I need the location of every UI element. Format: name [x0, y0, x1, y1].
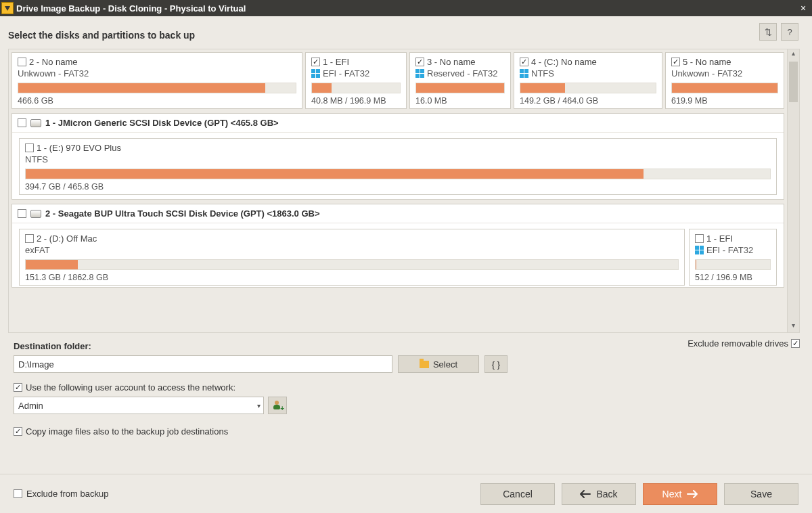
- partition-size: 149.2 GB / 464.0 GB: [520, 96, 656, 106]
- copy-images-checkbox[interactable]: [14, 427, 22, 436]
- partition-checkbox[interactable]: [311, 58, 320, 66]
- partition-card[interactable]: 1 - EFI EFI - FAT32 512 / 196.9 MB: [689, 229, 777, 286]
- partition-checkbox[interactable]: [695, 234, 704, 243]
- partition-fs: Unkwown - FAT32: [18, 68, 89, 79]
- select-folder-button[interactable]: Select: [398, 355, 479, 373]
- disk-header[interactable]: 1 - JMicron Generic SCSI Disk Device (GP…: [12, 114, 784, 133]
- windows-icon: [520, 69, 528, 78]
- footer: Exclude from backup Cancel Back Next Sav…: [0, 474, 812, 513]
- scroll-up-icon[interactable]: ▴: [788, 49, 799, 60]
- partition-fs: Unkwown - FAT32: [671, 68, 742, 79]
- arrow-left-icon: [580, 490, 591, 498]
- window-title: Drive Image Backup - Disk Cloning - Phys…: [16, 3, 797, 14]
- destination-input[interactable]: [14, 355, 392, 373]
- partition-fs: EFI - FAT32: [706, 245, 753, 255]
- partition-card[interactable]: 3 - No name Reserved - FAT32 16.0 MB: [409, 52, 511, 109]
- partition-title: 1 - (E:) 970 EVO Plus: [37, 143, 121, 153]
- partition-size: 619.9 MB: [671, 96, 778, 106]
- account-combo[interactable]: Admin ▾: [14, 397, 264, 414]
- variables-button[interactable]: { }: [484, 355, 508, 373]
- disk-checkbox[interactable]: [18, 209, 26, 218]
- account-value: Admin: [18, 401, 43, 411]
- windows-icon: [695, 246, 704, 254]
- partition-title: 1 - EFI: [323, 57, 349, 67]
- save-button[interactable]: Save: [724, 483, 798, 505]
- exclude-removable-label: Exclude removable drives: [687, 338, 788, 349]
- cancel-button[interactable]: Cancel: [480, 483, 555, 505]
- partition-size: 16.0 MB: [415, 96, 505, 106]
- use-account-row[interactable]: Use the following user account to access…: [14, 382, 800, 393]
- usage-bar: [671, 83, 778, 93]
- use-account-checkbox[interactable]: [14, 383, 22, 392]
- partition-scroll: 2 - No name Unkwown - FAT32 466.6 GB 1 -…: [8, 49, 788, 333]
- braces-label: { }: [492, 359, 500, 370]
- save-label: Save: [750, 489, 772, 499]
- copy-images-row[interactable]: Copy image files also to the backup job …: [14, 426, 800, 437]
- account-row: Admin ▾ +: [14, 397, 800, 414]
- partition-panel: 2 - No name Unkwown - FAT32 466.6 GB 1 -…: [8, 49, 800, 333]
- partition-checkbox[interactable]: [25, 143, 34, 152]
- windows-icon: [415, 69, 424, 78]
- usage-bar: [520, 83, 656, 93]
- partition-card[interactable]: 2 - No name Unkwown - FAT32 466.6 GB: [12, 52, 302, 109]
- user-icon: +: [273, 401, 282, 410]
- refresh-button[interactable]: ⇅: [759, 23, 777, 41]
- arrow-right-icon: [687, 490, 698, 498]
- partition-fs: NTFS: [25, 154, 48, 164]
- partition-card[interactable]: 1 - EFI EFI - FAT32 40.8 MB / 196.9 MB: [305, 52, 407, 109]
- partition-checkbox[interactable]: [671, 58, 680, 66]
- scrollbar[interactable]: ▴ ▾: [788, 49, 800, 333]
- partition-fs: Reserved - FAT32: [427, 68, 498, 79]
- partition-card[interactable]: 1 - (E:) 970 EVO Plus NTFS 394.7 GB / 46…: [19, 138, 777, 195]
- disk-icon: [30, 119, 41, 127]
- refresh-icon: ⇅: [765, 27, 772, 37]
- scroll-thumb[interactable]: [789, 62, 798, 102]
- partition-size: 512 / 196.9 MB: [695, 273, 771, 282]
- partition-size: 40.8 MB / 196.9 MB: [311, 96, 401, 106]
- next-label: Next: [662, 489, 682, 499]
- partition-row-top: 2 - No name Unkwown - FAT32 466.6 GB 1 -…: [12, 52, 784, 109]
- back-button[interactable]: Back: [562, 483, 636, 505]
- partition-title: 3 - No name: [427, 57, 476, 67]
- partition-size: 151.3 GB / 1862.8 GB: [25, 273, 679, 282]
- partition-fs: NTFS: [531, 68, 554, 79]
- header: Select the disks and partitions to back …: [0, 16, 812, 45]
- close-icon[interactable]: ×: [797, 3, 809, 14]
- exclude-backup-row[interactable]: Exclude from backup: [14, 489, 108, 499]
- next-button[interactable]: Next: [643, 483, 717, 505]
- exclude-removable-checkbox[interactable]: [791, 339, 800, 348]
- usage-bar: [18, 83, 296, 93]
- partition-card[interactable]: 2 - (D:) Off Mac exFAT 151.3 GB / 1862.8…: [19, 229, 685, 286]
- cancel-label: Cancel: [503, 489, 533, 499]
- copy-images-label: Copy image files also to the backup job …: [26, 426, 228, 437]
- folder-icon: [420, 361, 429, 368]
- partition-size: 394.7 GB / 465.8 GB: [25, 182, 771, 192]
- exclude-backup-checkbox[interactable]: [14, 489, 22, 498]
- app-icon: [1, 2, 14, 14]
- destination-row: Select { }: [14, 355, 800, 373]
- partition-card[interactable]: 5 - No name Unkwown - FAT32 619.9 MB: [665, 52, 784, 109]
- partition-title: 2 - (D:) Off Mac: [37, 233, 97, 244]
- back-label: Back: [596, 489, 617, 499]
- windows-icon: [311, 69, 320, 78]
- select-label: Select: [433, 359, 457, 370]
- add-user-button[interactable]: +: [268, 397, 287, 414]
- partition-checkbox[interactable]: [415, 58, 424, 66]
- help-button[interactable]: ?: [781, 23, 798, 41]
- exclude-backup-label: Exclude from backup: [26, 489, 108, 499]
- partition-checkbox[interactable]: [18, 58, 26, 66]
- partition-checkbox[interactable]: [520, 58, 528, 66]
- partition-title: 4 - (C:) No name: [531, 57, 597, 67]
- titlebar: Drive Image Backup - Disk Cloning - Phys…: [0, 0, 812, 16]
- disk-group-1: 1 - JMicron Generic SCSI Disk Device (GP…: [12, 113, 784, 200]
- partition-card[interactable]: 4 - (C:) No name NTFS 149.2 GB / 464.0 G…: [514, 52, 662, 109]
- partition-size: 466.6 GB: [18, 96, 296, 106]
- disk-label: 2 - Seagate BUP Ultra Touch SCSI Disk De…: [45, 208, 320, 219]
- partition-fs: exFAT: [25, 245, 50, 255]
- disk-checkbox[interactable]: [18, 118, 26, 127]
- partition-checkbox[interactable]: [25, 234, 34, 243]
- usage-bar: [311, 83, 401, 93]
- scroll-down-icon[interactable]: ▾: [788, 321, 799, 332]
- exclude-removable-row[interactable]: Exclude removable drives: [687, 338, 800, 349]
- disk-header[interactable]: 2 - Seagate BUP Ultra Touch SCSI Disk De…: [12, 204, 784, 223]
